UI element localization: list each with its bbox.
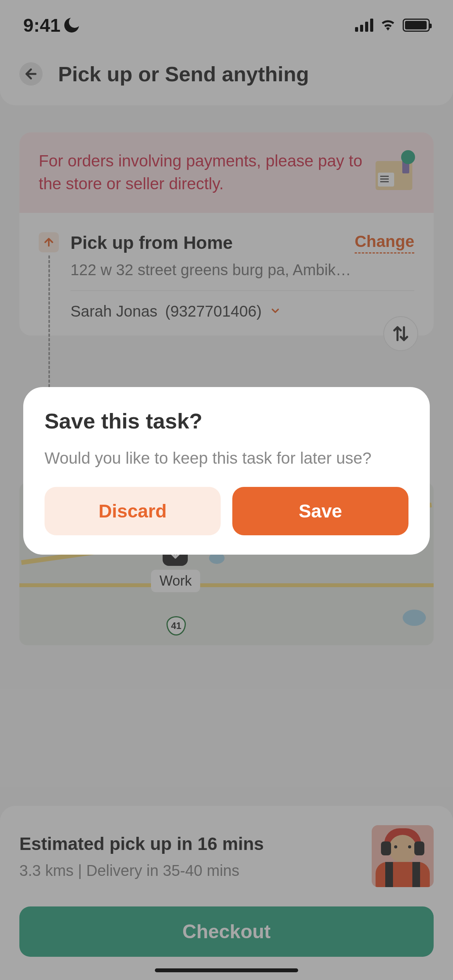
discard-button[interactable]: Discard bbox=[45, 487, 221, 535]
modal-title: Save this task? bbox=[45, 408, 408, 433]
modal-description: Would you like to keep this task for lat… bbox=[45, 449, 408, 468]
save-button[interactable]: Save bbox=[232, 487, 408, 535]
save-task-modal: Save this task? Would you like to keep t… bbox=[23, 387, 430, 555]
